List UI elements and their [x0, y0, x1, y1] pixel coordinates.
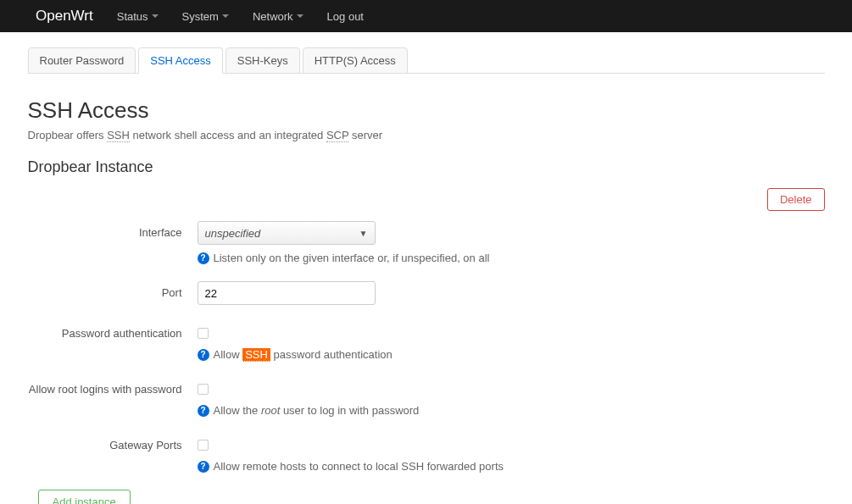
abbr-ssh-highlighted: SSH — [242, 348, 270, 362]
caret-icon — [297, 14, 303, 18]
label-gateway-ports: Gateway Ports — [28, 434, 198, 451]
nav-status-label: Status — [117, 10, 148, 23]
interface-select-value: unspecified — [205, 227, 261, 240]
info-icon: ? — [198, 461, 209, 473]
tab-ssh-access[interactable]: SSH Access — [138, 47, 223, 74]
hint-password-auth: ? Allow SSH password authentication — [198, 348, 825, 361]
tab-router-password[interactable]: Router Password — [28, 47, 136, 74]
tabs: Router Password SSH Access SSH-Keys HTTP… — [28, 47, 825, 74]
abbr-scp: SCP — [326, 129, 349, 142]
tab-ssh-keys[interactable]: SSH-Keys — [226, 47, 300, 74]
chevron-down-icon: ▼ — [359, 229, 368, 238]
delete-button[interactable]: Delete — [767, 188, 825, 211]
page-title: SSH Access — [28, 97, 825, 124]
page-description: Dropbear offers SSH network shell access… — [28, 129, 825, 141]
add-instance-button[interactable]: Add instance — [38, 490, 131, 504]
gateway-ports-checkbox[interactable] — [198, 440, 209, 451]
label-interface: Interface — [28, 221, 198, 239]
info-icon: ? — [198, 252, 209, 264]
info-icon: ? — [198, 405, 209, 417]
nav-network[interactable]: Network — [253, 10, 303, 23]
label-port: Port — [28, 281, 198, 299]
info-icon: ? — [198, 349, 209, 361]
abbr-ssh: SSH — [107, 129, 130, 142]
interface-select[interactable]: unspecified ▼ — [198, 221, 376, 245]
label-root-login: Allow root logins with password — [28, 378, 198, 396]
label-password-auth: Password authentication — [28, 322, 198, 340]
nav-logout-label: Log out — [327, 10, 364, 23]
hint-gateway-ports: ? Allow remote hosts to connect to local… — [198, 460, 825, 473]
navbar: OpenWrt Status System Network Log out — [0, 0, 852, 32]
port-input[interactable] — [198, 281, 376, 305]
caret-icon — [222, 14, 229, 18]
nav-system-label: System — [182, 10, 219, 23]
root-login-checkbox[interactable] — [198, 384, 209, 395]
nav-status[interactable]: Status — [117, 10, 159, 23]
nav-logout[interactable]: Log out — [327, 10, 364, 23]
password-auth-checkbox[interactable] — [198, 328, 209, 339]
hint-root-login: ? Allow the root user to log in with pas… — [198, 404, 825, 417]
hint-interface: ? Listen only on the given interface or,… — [198, 252, 825, 264]
section-title: Dropbear Instance — [28, 158, 825, 176]
tab-https-access[interactable]: HTTP(S) Access — [303, 47, 408, 74]
brand[interactable]: OpenWrt — [36, 8, 93, 25]
caret-icon — [152, 14, 159, 18]
nav-network-label: Network — [253, 10, 293, 23]
nav-system[interactable]: System — [182, 10, 229, 23]
